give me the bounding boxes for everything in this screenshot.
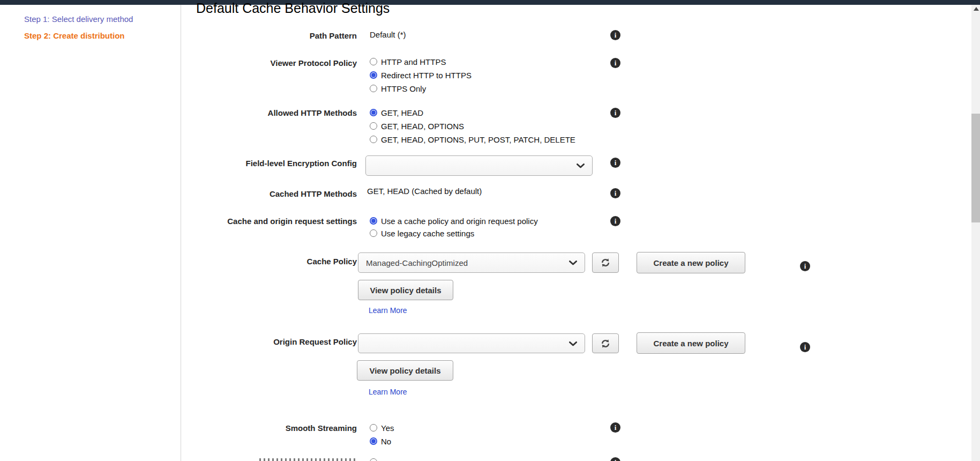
cloudfront-create-distribution-page: Step 1: Select delivery method Step 2: C… xyxy=(0,0,980,461)
sidebar-divider xyxy=(181,5,181,461)
radio-icon[interactable] xyxy=(370,424,377,432)
create-new-origin-request-policy-button[interactable]: Create a new policy xyxy=(637,332,745,354)
clipped-info-icon: i xyxy=(610,457,620,461)
field-level-encryption-select[interactable] xyxy=(365,155,593,176)
radio-option-label: Yes xyxy=(381,423,394,433)
radio-option-smooth-streaming-yes[interactable]: Yes xyxy=(370,422,394,434)
cached-http-methods-value: GET, HEAD (Cached by default) xyxy=(367,187,482,196)
radio-option-legacy-cache[interactable]: Use legacy cache settings xyxy=(370,227,474,239)
sidebar-step-2-current[interactable]: Step 2: Create distribution xyxy=(24,31,125,40)
cache-policy-label: Cache Policy xyxy=(188,256,357,267)
radio-option-label: Use legacy cache settings xyxy=(381,229,474,238)
clipped-radio-icon xyxy=(370,458,377,461)
radio-option-use-cache-policy[interactable]: Use a cache policy and origin request po… xyxy=(370,215,538,227)
refresh-icon xyxy=(600,257,611,268)
radio-option-smooth-streaming-no[interactable]: No xyxy=(370,435,391,447)
viewer-protocol-policy-label: Viewer Protocol Policy xyxy=(188,57,357,69)
info-icon[interactable]: i xyxy=(610,30,620,40)
refresh-icon xyxy=(600,338,611,349)
radio-option-get-head[interactable]: GET, HEAD xyxy=(370,107,423,118)
allowed-http-methods-label: Allowed HTTP Methods xyxy=(188,107,357,119)
info-icon[interactable]: i xyxy=(610,188,620,198)
info-icon[interactable]: i xyxy=(610,108,620,118)
radio-option-label: HTTP and HTTPS xyxy=(381,57,446,66)
radio-icon[interactable] xyxy=(370,122,377,130)
radio-option-https-only[interactable]: HTTPS Only xyxy=(370,83,426,94)
info-icon[interactable]: i xyxy=(610,158,620,168)
view-cache-policy-details-button[interactable]: View policy details xyxy=(358,280,453,300)
radio-option-redirect-http-to-https[interactable]: Redirect HTTP to HTTPS xyxy=(370,69,472,81)
origin-request-policy-learn-more-link[interactable]: Learn More xyxy=(369,388,407,396)
radio-icon[interactable] xyxy=(370,136,377,143)
radio-selected-icon[interactable] xyxy=(370,217,377,225)
origin-request-policy-select[interactable] xyxy=(358,333,585,353)
cache-policy-select[interactable]: Managed-CachingOptimized xyxy=(358,252,585,273)
create-new-cache-policy-button[interactable]: Create a new policy xyxy=(637,252,745,273)
radio-option-label: GET, HEAD, OPTIONS, PUT, POST, PATCH, DE… xyxy=(381,135,575,144)
smooth-streaming-label: Smooth Streaming xyxy=(188,422,357,434)
info-icon[interactable]: i xyxy=(800,342,810,352)
origin-request-policy-label: Origin Request Policy xyxy=(188,336,357,348)
info-icon[interactable]: i xyxy=(610,58,620,68)
radio-option-get-head-options[interactable]: GET, HEAD, OPTIONS xyxy=(370,120,464,132)
radio-icon[interactable] xyxy=(370,85,377,92)
info-icon[interactable]: i xyxy=(610,216,620,226)
radio-option-http-and-https[interactable]: HTTP and HTTPS xyxy=(370,56,446,68)
chevron-down-icon xyxy=(569,261,577,265)
info-icon[interactable]: i xyxy=(800,261,810,271)
radio-icon[interactable] xyxy=(370,229,377,237)
path-pattern-value: Default (*) xyxy=(370,30,406,39)
radio-selected-icon[interactable] xyxy=(370,109,377,116)
radio-option-label: GET, HEAD, OPTIONS xyxy=(381,122,464,131)
radio-icon[interactable] xyxy=(370,58,377,65)
cache-origin-settings-label: Cache and origin request settings xyxy=(188,215,357,227)
vertical-scrollbar-track[interactable] xyxy=(971,5,980,461)
sidebar-step-1-link[interactable]: Step 1: Select delivery method xyxy=(24,14,133,24)
chevron-down-icon xyxy=(577,163,585,168)
radio-selected-icon[interactable] xyxy=(370,437,377,445)
refresh-origin-request-policies-button[interactable] xyxy=(592,333,619,353)
section-title: Default Cache Behavior Settings xyxy=(196,1,390,16)
path-pattern-label: Path Pattern xyxy=(188,30,357,42)
vertical-scrollbar-thumb[interactable] xyxy=(971,114,980,222)
radio-option-label: HTTPS Only xyxy=(381,84,426,93)
radio-option-label: No xyxy=(381,437,391,446)
select-value: Managed-CachingOptimized xyxy=(366,258,468,267)
view-origin-request-policy-details-button[interactable]: View policy details xyxy=(357,360,453,381)
radio-option-label: Use a cache policy and origin request po… xyxy=(381,217,538,226)
info-icon[interactable]: i xyxy=(610,422,620,433)
cached-http-methods-label: Cached HTTP Methods xyxy=(188,188,357,200)
chevron-down-icon xyxy=(569,341,577,346)
radio-selected-icon[interactable] xyxy=(370,71,377,79)
field-level-encryption-label: Field-level Encryption Config xyxy=(188,158,357,169)
radio-option-label: GET, HEAD xyxy=(381,108,423,117)
radio-option-all-methods[interactable]: GET, HEAD, OPTIONS, PUT, POST, PATCH, DE… xyxy=(370,133,575,145)
radio-option-label: Redirect HTTP to HTTPS xyxy=(381,71,472,80)
scroll-up-icon[interactable] xyxy=(974,7,979,11)
cache-policy-learn-more-link[interactable]: Learn More xyxy=(369,306,407,315)
console-top-bar xyxy=(0,0,980,5)
refresh-cache-policies-button[interactable] xyxy=(592,252,619,273)
clipped-next-row-label xyxy=(259,458,357,461)
